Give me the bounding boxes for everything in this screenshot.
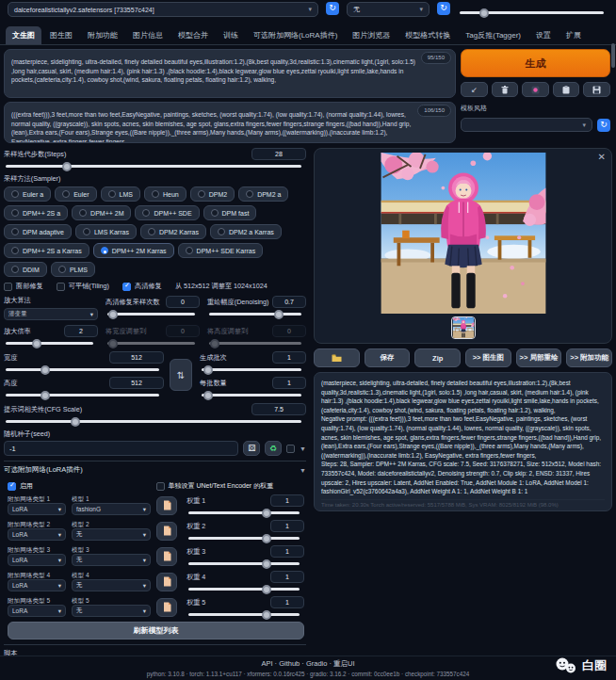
cfg-slider[interactable] [6, 420, 301, 423]
lora-weight-value[interactable]: 1 [270, 494, 304, 507]
slider-thumb[interactable] [274, 310, 284, 319]
lora-weight-slider[interactable] [188, 562, 300, 565]
generate-button[interactable]: 生成 [461, 49, 610, 77]
batch-count-value[interactable]: 1 [272, 351, 306, 364]
resize-width-value[interactable]: 0 [166, 325, 200, 337]
save-image-button[interactable]: 保存 [365, 348, 411, 367]
tab-additional-networks[interactable]: 可选附加网络(LoRA插件) [247, 26, 344, 44]
close-icon[interactable]: ✕ [598, 152, 606, 162]
lora-type-select[interactable]: LoRA▾ [8, 605, 66, 617]
tab-img2img[interactable]: 图生图 [43, 26, 79, 44]
lora-model-file-button[interactable] [156, 573, 177, 591]
lora-weight-value[interactable]: 1 [270, 596, 304, 608]
tab-txt2img[interactable]: 文生图 [6, 26, 41, 44]
denoising-value[interactable]: 0.7 [272, 296, 306, 308]
paste-params-button[interactable]: ↙ [461, 82, 488, 97]
lora-model-file-button[interactable] [156, 522, 177, 541]
batch-size-slider[interactable] [202, 394, 301, 397]
hires-fix-checkbox[interactable]: 高清修复 [122, 282, 162, 291]
resize-height-slider[interactable] [209, 342, 301, 345]
extra-networks-button[interactable] [522, 82, 549, 97]
lora-model-select[interactable]: fashionG▾ [72, 503, 151, 515]
tab-extras[interactable]: 附加功能 [81, 26, 124, 44]
tab-tagger[interactable]: Tag反推(Tagger) [459, 26, 527, 44]
width-slider[interactable] [6, 368, 159, 371]
slider-thumb[interactable] [71, 417, 80, 427]
tab-checkpoint-merger[interactable]: 模型合并 [171, 26, 215, 44]
sampler-option[interactable]: DPM++ 2S a [4, 205, 68, 220]
tab-train[interactable]: 训练 [217, 26, 245, 44]
sampler-option[interactable]: DDIM [4, 262, 47, 277]
slider-thumb[interactable] [262, 610, 271, 620]
steps-value[interactable]: 28 [251, 148, 306, 160]
slider-thumb[interactable] [32, 339, 41, 348]
sampler-option[interactable]: DPM fast [203, 205, 257, 220]
resize-width-slider[interactable] [107, 342, 195, 345]
lora-weight-value[interactable]: 1 [270, 520, 304, 532]
prompt-input[interactable]: (masterpiece, sidelighting, ultra-detail… [4, 49, 456, 98]
tab-model-converter[interactable]: 模型格式转换 [398, 26, 457, 44]
sampler-option[interactable]: DPM++ SDE [135, 205, 199, 220]
tab-png-info[interactable]: 图片信息 [126, 26, 170, 44]
gallery-thumbnail[interactable] [451, 316, 476, 339]
generated-image[interactable] [376, 153, 551, 314]
steps-slider[interactable] [6, 165, 301, 168]
swap-dimensions-button[interactable]: ⇅ [170, 359, 192, 391]
height-slider[interactable] [6, 394, 159, 397]
slider-thumb[interactable] [262, 559, 271, 569]
refresh-vae-button[interactable]: ↻ [437, 2, 450, 15]
seed-input[interactable] [4, 441, 238, 456]
height-value[interactable]: 512 [109, 377, 164, 389]
lora-type-select[interactable]: LoRA▾ [8, 554, 66, 566]
lora-weight-value[interactable]: 1 [270, 545, 304, 558]
reuse-seed-button[interactable]: ♻ [265, 441, 282, 456]
tab-extensions[interactable]: 扩展 [559, 26, 588, 44]
lora-model-file-button[interactable] [156, 598, 177, 617]
lora-enable-checkbox[interactable]: 启用 [8, 481, 156, 491]
hires-steps-value[interactable]: 0 [166, 296, 200, 308]
sampler-option[interactable]: DPM2 a Karras [210, 224, 282, 239]
send-to-img2img-button[interactable]: >> 图生图 [465, 348, 511, 367]
clear-prompt-button[interactable] [492, 82, 519, 97]
width-value[interactable]: 512 [109, 351, 164, 364]
lora-separate-weights-checkbox[interactable]: 单独设置 UNet/Text Encoder 的权重 [156, 481, 305, 491]
model-select[interactable]: dalceforealistictallyv2.safetensors [733… [8, 2, 318, 17]
sampler-option[interactable]: DPM++ 2M [72, 205, 131, 220]
apply-style-button[interactable] [553, 82, 580, 97]
lora-weight-value[interactable]: 1 [270, 571, 304, 583]
resize-height-value[interactable]: 0 [272, 325, 306, 337]
sampler-option[interactable]: DPM++ 2S a Karras [4, 243, 89, 258]
clip-skip-slider[interactable] [458, 7, 608, 16]
slider-thumb[interactable] [108, 310, 118, 319]
lora-weight-slider[interactable] [188, 511, 300, 514]
slider-thumb[interactable] [210, 339, 219, 348]
cfg-value[interactable]: 7.5 [251, 403, 306, 415]
lora-model-select[interactable]: 无▾ [72, 554, 151, 566]
save-zip-button[interactable]: Zip [414, 348, 461, 367]
slider-thumb[interactable] [41, 365, 50, 375]
style-select[interactable]: ▾ [461, 118, 592, 132]
sampler-option[interactable]: DPM++ SDE Karras [178, 243, 264, 258]
lora-weight-slider[interactable] [188, 613, 300, 616]
tiling-checkbox[interactable]: 可平铺(Tiling) [57, 282, 109, 291]
refresh-model-list-button[interactable]: 刷新模型列表 [8, 622, 304, 640]
sampler-option[interactable]: LMS [101, 186, 140, 202]
lora-weight-slider[interactable] [188, 537, 300, 540]
upscale-by-slider[interactable] [6, 342, 93, 345]
lora-model-file-button[interactable] [156, 547, 177, 566]
tab-image-browser[interactable]: 图片浏览器 [346, 26, 397, 44]
slider-thumb[interactable] [262, 585, 271, 594]
lora-model-select[interactable]: 无▾ [72, 528, 151, 541]
sampler-option-selected[interactable]: DPM++ 2M Karras [93, 243, 174, 258]
lora-type-select[interactable]: LoRA▾ [8, 579, 66, 591]
slider-thumb[interactable] [108, 339, 118, 348]
slider-thumb[interactable] [62, 162, 72, 171]
sampler-option[interactable]: LMS Karras [75, 224, 137, 239]
extra-seed-checkbox[interactable] [286, 445, 295, 453]
slider-thumb[interactable] [203, 365, 213, 375]
lora-type-select[interactable]: LoRA▾ [8, 503, 66, 515]
lora-model-select[interactable]: 无▾ [72, 579, 151, 591]
sampler-option[interactable]: DPM2 [190, 186, 235, 202]
sampler-option[interactable]: DPM adaptive [4, 224, 72, 239]
sampler-option[interactable]: Euler a [4, 186, 51, 202]
